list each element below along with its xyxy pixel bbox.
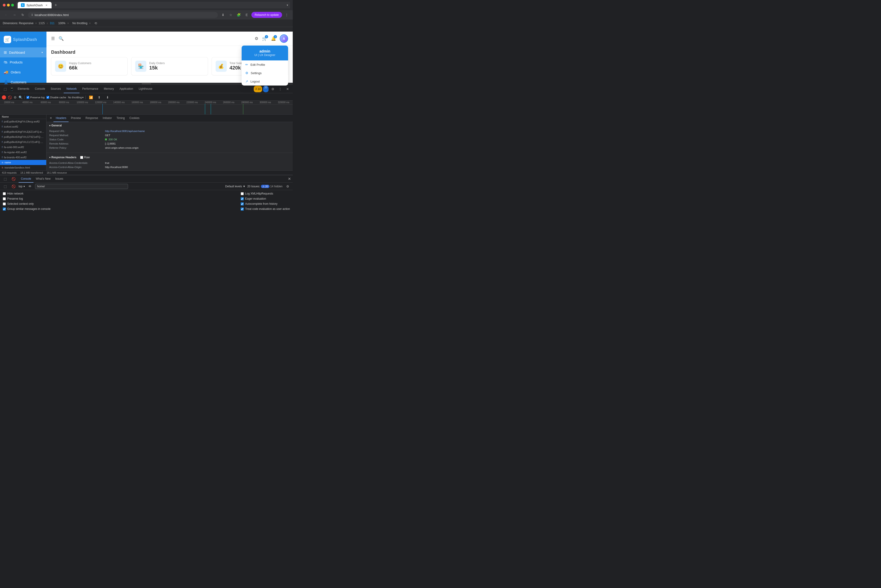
selected-context-option[interactable]: Selected context only — [3, 202, 51, 206]
autocomplete-option[interactable]: Autocomplete from history — [241, 202, 290, 206]
group-similar-option[interactable]: Group similar messages in console — [3, 207, 51, 211]
preserve-log-console-option[interactable]: Preserve log — [3, 197, 51, 200]
hamburger-icon[interactable]: ☰ — [51, 36, 55, 41]
file-item-9[interactable]: h translateSandbox.html — [0, 165, 46, 170]
detail-tab-initiator[interactable]: Initiator — [100, 115, 114, 122]
context-selector[interactable]: top ▾ — [19, 185, 25, 188]
tab-elements[interactable]: Elements — [15, 85, 32, 93]
group-similar-checkbox[interactable] — [3, 207, 6, 211]
search-network-button[interactable]: 🔍 — [19, 96, 22, 99]
file-item-name[interactable]: n name — [0, 160, 46, 165]
edit-profile-item[interactable]: ✏ Edit Profile — [242, 60, 288, 69]
cart-icon[interactable]: 🛒 3 — [262, 36, 267, 41]
detail-tab-preview[interactable]: Preview — [69, 115, 83, 122]
browser-tab[interactable]: S SplashDash ✕ — [18, 2, 52, 8]
wifi-icon[interactable]: 📶 — [88, 94, 94, 100]
sidebar-item-dashboard[interactable]: ⊞ Dashboard ▾ — [0, 47, 46, 57]
hide-network-option[interactable]: Hide network — [3, 192, 51, 195]
file-item-4[interactable]: f pxiByp8kv8JHgFVrLGT9Z1xlFQ.woff2 — [0, 134, 46, 140]
detail-tab-timing[interactable]: Timing — [114, 115, 127, 122]
detail-tab-close[interactable]: ✕ — [48, 115, 54, 122]
console-clear-log-icon[interactable]: 🚫 — [10, 183, 17, 190]
devtools-more-icon[interactable]: ⋮ — [277, 86, 283, 92]
logout-item[interactable]: ↗ Logout — [242, 77, 288, 86]
minimize-button[interactable] — [7, 4, 10, 6]
treat-eval-option[interactable]: Treat code evaluation as user action — [241, 207, 290, 211]
log-xhr-option[interactable]: Log XMLHttpRequests — [241, 192, 290, 195]
avatar[interactable]: A — [280, 34, 288, 43]
download-icon[interactable]: ⬇ — [220, 12, 226, 18]
console-filter-input[interactable] — [35, 184, 128, 189]
new-tab-button[interactable]: + — [52, 2, 59, 8]
tab-menu-button[interactable]: ▾ — [287, 3, 288, 7]
device-rotate-icon[interactable]: ⟲ — [94, 21, 97, 25]
disable-cache-option[interactable]: Disable cache — [46, 96, 66, 99]
console-sidebar-icon[interactable]: ⬚ — [2, 183, 8, 190]
record-button[interactable] — [2, 95, 6, 99]
detail-tab-response[interactable]: Response — [83, 115, 100, 122]
file-item-2[interactable]: f icofont.woff2 — [0, 124, 46, 129]
file-item-7[interactable]: f fa-regular-400.woff2 — [0, 150, 46, 155]
file-item-1[interactable]: f pxiEyp8kv8JHgFVrJJfecg.woff2 — [0, 119, 46, 124]
eager-eval-checkbox[interactable] — [241, 197, 244, 200]
tab-application[interactable]: Application — [117, 85, 136, 93]
profile-icon[interactable]: E — [243, 12, 250, 18]
maximize-button[interactable] — [11, 4, 14, 6]
devtools-settings-icon[interactable]: ⚙ — [270, 86, 276, 92]
file-item-5[interactable]: f pxiByp8kv8JHgFVrLCz7Z1xlFQ.woff2 — [0, 140, 46, 144]
menu-icon[interactable]: ⋮ — [283, 12, 290, 18]
console-settings-icon[interactable]: ⚙ — [285, 183, 291, 190]
devtools-inspect-icon[interactable]: ⬚ — [2, 86, 8, 92]
default-levels-label[interactable]: Default levels ▼ — [225, 185, 245, 188]
tab-console[interactable]: Console — [32, 85, 48, 93]
search-icon[interactable]: 🔍 — [58, 36, 64, 41]
forward-button[interactable]: → — [11, 12, 18, 18]
log-xhr-checkbox[interactable] — [241, 192, 244, 195]
settings-item[interactable]: ⚙ Settings — [242, 69, 288, 77]
raw-checkbox[interactable] — [80, 156, 83, 159]
console-clear-icon[interactable]: 🚫 — [10, 176, 17, 182]
console-close-button[interactable]: ✕ — [288, 177, 291, 181]
bookmark-icon[interactable]: ☆ — [228, 12, 234, 18]
file-item-3[interactable]: f pxiByp8kv8JHgFVrLEj6Z1xlFQ.woff2 — [0, 129, 46, 134]
tab-sources[interactable]: Sources — [48, 85, 64, 93]
disable-cache-checkbox[interactable] — [46, 96, 49, 99]
clear-button[interactable]: 🚫 — [8, 96, 12, 99]
address-bar[interactable]: ℹ localhost:8080/index.html — [28, 12, 218, 18]
devtools-device-icon[interactable]: 📱 — [8, 86, 15, 92]
filter-button[interactable]: ⚙ — [14, 96, 17, 99]
close-button[interactable] — [3, 4, 6, 6]
preserve-log-checkbox[interactable] — [27, 96, 29, 99]
raw-checkbox-label[interactable]: Raw — [80, 156, 90, 159]
detail-tab-cookies[interactable]: Cookies — [127, 115, 142, 122]
relaunch-button[interactable]: Relaunch to update — [252, 12, 282, 18]
tab-network[interactable]: Network — [64, 85, 79, 93]
selected-context-checkbox[interactable] — [3, 202, 6, 206]
filter-icon[interactable]: ⚙ — [255, 36, 258, 41]
tab-close-button[interactable]: ✕ — [45, 3, 48, 7]
export-icon[interactable]: ⬇ — [104, 94, 111, 100]
devtools-close-icon[interactable]: ✕ — [285, 86, 291, 92]
preserve-log-option[interactable]: Preserve log — [27, 96, 45, 99]
console-tab-whats-new[interactable]: What's New — [33, 175, 53, 183]
extension-icon[interactable]: 🧩 — [235, 12, 242, 18]
console-tab-console[interactable]: Console — [19, 175, 33, 183]
treat-eval-checkbox[interactable] — [241, 207, 244, 211]
preserve-log-console-checkbox[interactable] — [3, 197, 6, 200]
bell-icon[interactable]: 🔔 1 — [271, 36, 276, 41]
console-inspect-icon[interactable]: ⬚ — [2, 176, 8, 182]
import-icon[interactable]: ⬆ — [96, 94, 102, 100]
sidebar-item-products[interactable]: 🛍 Products — [0, 57, 46, 67]
hide-network-checkbox[interactable] — [3, 192, 6, 195]
file-item-8[interactable]: f fa-brands-400.woff2 — [0, 155, 46, 160]
autocomplete-checkbox[interactable] — [241, 202, 244, 206]
tab-performance[interactable]: Performance — [79, 85, 101, 93]
console-eye-icon[interactable]: 👁 — [27, 183, 33, 190]
detail-tab-headers[interactable]: Headers — [54, 115, 69, 122]
tab-lighthouse[interactable]: Lighthouse — [136, 85, 155, 93]
eager-eval-option[interactable]: Eager evaluation — [241, 197, 290, 200]
reload-button[interactable]: ↻ — [19, 12, 26, 18]
console-tab-issues[interactable]: Issues — [53, 175, 66, 183]
throttle-selector[interactable]: No throttling ▾ — [68, 96, 84, 99]
back-button[interactable]: ← — [3, 12, 9, 18]
